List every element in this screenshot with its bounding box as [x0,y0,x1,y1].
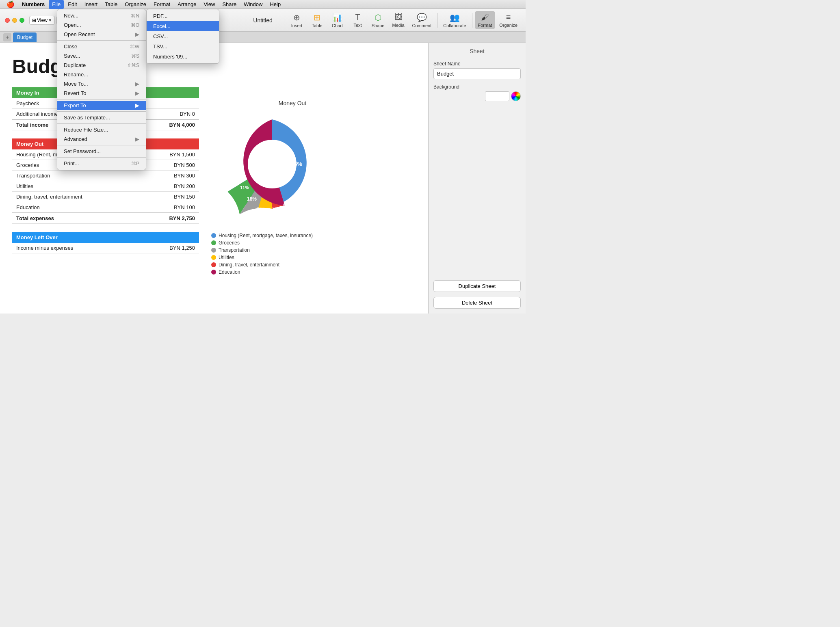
csv-label: CSV... [153,33,168,39]
donut-chart: 55% 18% 11% 7% 5% 4% [211,111,333,225]
export-excel[interactable]: Excel... [147,21,219,31]
menu-move-to[interactable]: Move To... ▶ [57,79,146,89]
text-icon: T [355,13,360,22]
export-submenu: PDF... Excel... CSV... TSV... Numbers '0… [146,9,219,64]
menu-revert-to[interactable]: Revert To ▶ [57,89,146,98]
menu-advanced[interactable]: Advanced ▶ [57,134,146,144]
housing-legend-label: Housing (Rent, mortgage, taxes, insuranc… [219,233,313,238]
menubar-organize[interactable]: Organize [121,0,149,9]
export-tsv[interactable]: TSV... [147,41,219,52]
export-numbers09[interactable]: Numbers '09... [147,52,219,62]
format-button[interactable]: 🖌 Format [475,11,496,29]
transportation-legend-label: Transportation [219,247,250,253]
export-csv[interactable]: CSV... [147,31,219,41]
export-pdf[interactable]: PDF... [147,11,219,21]
menu-open-recent[interactable]: Open Recent ▶ [57,30,146,39]
menubar-edit[interactable]: Edit [65,0,80,9]
open-label: Open... [64,22,81,28]
organize-button[interactable]: ≡ Organize [496,11,521,29]
budget-sheet-tab[interactable]: Budget [13,32,37,42]
shape-icon: ⬡ [375,13,381,22]
menu-reduce-size[interactable]: Reduce File Size... [57,125,146,134]
insert-button[interactable]: ⊕ Insert [287,11,307,30]
menu-new[interactable]: New... ⌘N [57,11,146,20]
media-button[interactable]: 🖼 Media [389,11,408,29]
background-color-swatch[interactable] [485,91,509,101]
income-minus-amount[interactable]: BYN 1,250 [135,243,199,253]
menubar-numbers[interactable]: Numbers [19,0,48,9]
menubar: 🍎 Numbers File Edit Insert Table Organiz… [0,0,526,9]
text-button[interactable]: T Text [348,11,368,29]
comment-button[interactable]: 💬 Comment [409,11,435,30]
organize-icon: ≡ [506,13,511,22]
rename-label: Rename... [64,71,88,78]
close-shortcut: ⌘W [130,44,139,50]
color-wheel-button[interactable] [511,91,521,101]
apple-menu[interactable]: 🍎 [3,0,18,9]
menu-save[interactable]: Save... ⌘S [57,51,146,61]
dining-legend-dot [211,262,216,267]
view-button[interactable]: ⊞ View ▼ [29,16,55,25]
menubar-help[interactable]: Help [266,0,284,9]
minimize-window-button[interactable] [12,18,17,23]
menubar-table[interactable]: Table [102,0,121,9]
new-label: New... [64,13,78,19]
advanced-arrow: ▶ [135,136,139,142]
sheet-name-section: Sheet Name [433,61,521,79]
sheet-name-input[interactable] [433,68,521,79]
menu-separator-1 [57,40,146,41]
menubar-share[interactable]: Share [219,0,240,9]
menu-save-template[interactable]: Save as Template... [57,113,146,122]
view-chevron-icon: ▼ [48,18,52,22]
export-to-arrow: ▶ [135,102,139,108]
groceries-legend-dot [211,240,216,245]
income-minus-label: Income minus expenses [12,243,135,253]
duplicate-sheet-button[interactable]: Duplicate Sheet [433,280,521,292]
format-icon: 🖌 [481,13,489,22]
utilities-amount[interactable]: BYN 200 [155,181,199,192]
close-window-button[interactable] [5,18,10,23]
traffic-lights [5,18,24,23]
dining-percent-label: 5% [273,206,279,211]
move-to-label: Move To... [64,81,88,87]
legend-item-education: Education [211,269,374,275]
add-sheet-button[interactable]: + [3,33,11,41]
menu-close[interactable]: Close ⌘W [57,42,146,51]
total-expenses-amount: BYN 2,750 [155,213,199,224]
menubar-format[interactable]: Format [150,0,173,9]
menu-open[interactable]: Open... ⌘O [57,20,146,30]
housing-amount[interactable]: BYN 1,500 [155,149,199,160]
menubar-arrange[interactable]: Arrange [174,0,199,9]
table-button[interactable]: ⊞ Table [307,11,327,30]
chart-legend: Housing (Rent, mortgage, taxes, insuranc… [211,233,374,275]
menu-export-to[interactable]: Export To ▶ [57,101,146,110]
export-to-label: Export To [64,102,86,108]
transportation-percent-label: 11% [240,185,249,190]
dining-amount[interactable]: BYN 150 [155,192,199,202]
menu-duplicate[interactable]: Duplicate ⇧⌘S [57,61,146,70]
menubar-insert[interactable]: Insert [81,0,101,9]
education-amount[interactable]: BYN 100 [155,202,199,213]
chart-button[interactable]: 📊 Chart [328,11,347,30]
menu-set-password[interactable]: Set Password... [57,147,146,156]
housing-percent-label: 55% [291,161,303,167]
menu-rename[interactable]: Rename... [57,70,146,79]
transportation-legend-dot [211,248,216,253]
menubar-view[interactable]: View [200,0,218,9]
groceries-amount[interactable]: BYN 500 [155,160,199,171]
delete-sheet-button[interactable]: Delete Sheet [433,297,521,309]
maximize-window-button[interactable] [19,18,24,23]
pdf-label: PDF... [153,13,167,19]
shape-button[interactable]: ⬡ Shape [368,11,388,30]
menu-separator-3 [57,111,146,112]
menu-print[interactable]: Print... ⌘P [57,159,146,168]
menubar-file[interactable]: File [49,0,64,9]
transportation-amount[interactable]: BYN 300 [155,171,199,181]
right-panel: Sheet Sheet Name Background Duplicate Sh… [428,43,526,314]
tsv-label: TSV... [153,43,167,50]
menubar-window[interactable]: Window [240,0,266,9]
collaborate-icon: 👥 [450,13,460,22]
background-label: Background [433,84,521,90]
collaborate-button[interactable]: 👥 Collaborate [440,11,469,30]
move-to-arrow: ▶ [135,81,139,87]
